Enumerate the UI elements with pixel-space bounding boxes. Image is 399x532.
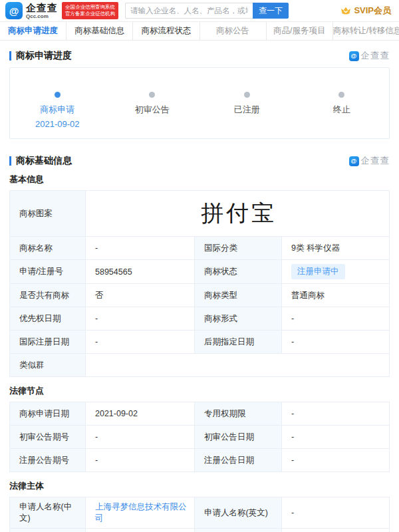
table-row: 申请人地址(中文) - 申请人地址(英文) - — [10, 529, 389, 532]
tab-application-progress[interactable]: 商标申请进度 — [0, 22, 66, 40]
field-label: 注册公告日期 — [195, 449, 282, 471]
field-value: - — [86, 331, 195, 353]
field-value: 否 — [86, 284, 195, 307]
applicant-name-cell: 上海寻梦信息技术有限公司 — [86, 497, 195, 528]
field-value: 9类 科学仪器 — [282, 237, 389, 259]
qcc-watermark: @ 企查查 — [349, 50, 390, 62]
legal-nodes-subtitle: 法律节点 — [9, 385, 390, 397]
field-value: 58954565 — [86, 260, 195, 283]
qcc-watermark: @ 企查查 — [349, 155, 390, 167]
status-badge: 注册申请中 — [291, 264, 345, 279]
field-label: 申请人名称(中文) — [10, 497, 86, 528]
tab-announcement[interactable]: 商标公告 — [200, 22, 267, 40]
gov-badge-line2: 官方备案企业征信机构 — [65, 11, 115, 17]
trademark-tabbar: 商标申请进度 商标基础信息 商标流程状态 商标公告 商品/服务项目 商标转让/转… — [0, 22, 399, 41]
field-value: - — [282, 426, 389, 448]
qcc-logo-icon: @ — [5, 2, 23, 19]
step-application: 商标申请 2021-09-02 — [10, 92, 105, 138]
step-dot — [149, 92, 155, 98]
step-preliminary-announcement: 初审公告 — [105, 92, 200, 138]
field-label: 初审公告日期 — [195, 426, 282, 448]
qcc-watermark-icon: @ — [349, 156, 359, 166]
applicant-company-link[interactable]: 上海寻梦信息技术有限公司 — [95, 501, 188, 524]
table-row: 注册公告期号 - 注册公告日期 - — [10, 449, 389, 471]
field-label: 申请人地址(中文) — [10, 529, 86, 532]
basic-section-header: 商标基础信息 @ 企查查 — [9, 155, 390, 167]
progress-stepper: 商标申请 2021-09-02 初审公告 已注册 终止 — [9, 67, 390, 139]
field-label: 是否共有商标 — [10, 284, 86, 307]
field-value: - — [282, 449, 389, 471]
field-label: 专用权期限 — [195, 402, 282, 425]
progress-section-header: 商标申请进度 @ 企查查 — [9, 50, 390, 62]
step-label: 商标申请 — [40, 104, 74, 116]
field-label: 申请人名称(英文) — [195, 497, 282, 528]
field-value: - — [86, 426, 195, 448]
step-terminated: 终止 — [295, 92, 390, 138]
svip-label: SVIP会员 — [354, 5, 391, 17]
field-label: 类似群 — [10, 354, 86, 376]
table-row: 商标申请日期 2021-09-02 专用权期限 - — [10, 402, 389, 426]
field-label: 商标形式 — [195, 307, 282, 330]
field-value: - — [86, 307, 195, 330]
section-accent-bar — [9, 51, 11, 61]
section-accent-bar — [9, 156, 11, 166]
field-value: - — [282, 529, 389, 532]
field-label: 国际分类 — [195, 237, 282, 259]
search-input[interactable] — [125, 3, 253, 19]
field-label: 商标申请日期 — [10, 402, 86, 425]
tab-basic-info[interactable]: 商标基础信息 — [66, 22, 133, 40]
gov-credential-badge: 全国企业信用查询系统 官方备案企业征信机构 — [62, 2, 118, 19]
svip-membership-link[interactable]: SVIP会员 — [340, 5, 394, 17]
table-row: 初审公告期号 - 初审公告日期 - — [10, 426, 389, 449]
step-registered: 已注册 — [200, 92, 295, 138]
gov-badge-line1: 全国企业信用查询系统 — [65, 4, 115, 11]
field-value: - — [86, 237, 195, 259]
basic-info-subtitle: 基本信息 — [9, 174, 390, 186]
progress-section-title: 商标申请进度 — [16, 50, 72, 62]
qcc-watermark-icon: @ — [349, 51, 359, 61]
trademark-image-text: 拼付宝 — [95, 198, 382, 229]
field-value: - — [282, 497, 389, 528]
step-dot-active — [55, 92, 61, 98]
step-label: 已注册 — [234, 104, 260, 116]
table-row: 优先权日期 - 商标形式 - — [10, 307, 389, 331]
field-value: - — [282, 307, 389, 330]
table-row: 是否共有商标 否 商标类型 普通商标 — [10, 284, 389, 307]
top-header: @ 企查查 Qcc.com 全国企业信用查询系统 官方备案企业征信机构 查一下 … — [0, 0, 399, 22]
field-label: 优先权日期 — [10, 307, 86, 330]
step-dot — [244, 92, 250, 98]
field-label: 商标类型 — [195, 284, 282, 307]
field-label: 商标状态 — [195, 260, 282, 283]
field-value: - — [86, 449, 195, 471]
table-row: 申请人名称(中文) 上海寻梦信息技术有限公司 申请人名称(英文) - — [10, 497, 389, 529]
tab-process-status[interactable]: 商标流程状态 — [133, 22, 200, 40]
field-value: 普通商标 — [282, 284, 389, 307]
table-row: 类似群 — [10, 354, 389, 376]
trademark-status-cell: 注册申请中 — [282, 260, 389, 283]
step-dot — [338, 92, 344, 98]
qcc-watermark-text: 企查查 — [361, 50, 390, 62]
brand-name: 企查查 — [26, 3, 58, 13]
field-label: 国际注册日期 — [10, 331, 86, 353]
field-value: - — [86, 529, 195, 532]
field-label: 初审公告期号 — [10, 426, 86, 448]
legal-entities-table: 申请人名称(中文) 上海寻梦信息技术有限公司 申请人名称(英文) - 申请人地址… — [9, 497, 390, 532]
tab-transfer-info[interactable]: 商标转让/转移信息 — [333, 22, 399, 40]
field-label: 注册公告期号 — [10, 449, 86, 471]
basic-section-title: 商标基础信息 — [16, 155, 72, 167]
brand-domain: Qcc.com — [26, 14, 58, 19]
step-label: 终止 — [333, 104, 350, 116]
basic-info-table: 商标图案 拼付宝 商标名称 - 国际分类 9类 科学仪器 申请/注册号 5895… — [9, 190, 390, 377]
crown-icon — [340, 6, 351, 15]
field-label: 商标名称 — [10, 237, 86, 259]
qcc-watermark-text: 企查查 — [361, 155, 390, 167]
field-value: - — [282, 402, 389, 425]
field-label: 申请人地址(英文) — [195, 529, 282, 532]
table-row: 国际注册日期 - 后期指定日期 - — [10, 331, 389, 354]
qcc-logo[interactable]: @ 企查查 Qcc.com — [5, 2, 58, 19]
table-row: 商标图案 拼付宝 — [10, 191, 389, 237]
table-row: 申请/注册号 58954565 商标状态 注册申请中 — [10, 260, 389, 284]
search-button[interactable]: 查一下 — [253, 3, 289, 19]
field-value — [86, 354, 389, 376]
tab-goods-services[interactable]: 商品/服务项目 — [267, 22, 333, 40]
